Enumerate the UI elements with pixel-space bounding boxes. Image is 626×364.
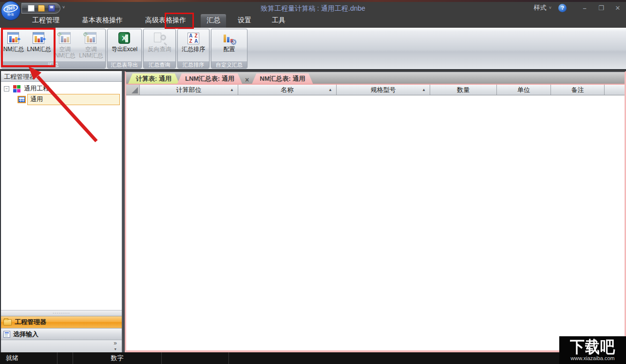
panel-overflow-bar: » ▾ bbox=[1, 340, 122, 352]
tab-tools[interactable]: 工具 bbox=[266, 14, 291, 28]
xiazaiba-watermark: 下载吧 www.xiazaiba.com bbox=[559, 336, 626, 364]
document-tab-strip: 计算表: 通用 LNM汇总表: 通用 × NM汇总表: 通用 bbox=[126, 72, 625, 84]
status-spacer bbox=[57, 352, 73, 364]
column-header-empty bbox=[605, 85, 625, 95]
group-caption-summary-query: 汇总查询 bbox=[144, 61, 175, 68]
panel-overflow-button[interactable]: » ▾ bbox=[114, 341, 117, 352]
project-tree: − 通用工程 通用 bbox=[1, 82, 122, 310]
ribbon-group-summary-export: X 导出Excel 汇总表导出 bbox=[107, 29, 142, 69]
select-input-icon bbox=[3, 331, 10, 338]
chevron-down-icon: ˅ bbox=[549, 5, 551, 10]
window-title: 致算工程量计算稿 : 通用工程.dnbe bbox=[0, 4, 626, 13]
status-num-mode: 数字 bbox=[73, 352, 162, 364]
quick-access-customize-icon[interactable]: ˅ bbox=[62, 5, 65, 10]
style-dropdown[interactable]: 样式 ˅ bbox=[534, 3, 551, 12]
app-logo-text: ZHS bbox=[3, 3, 19, 14]
ac-nm-summary-label-2: NM汇总 bbox=[55, 53, 76, 59]
save-icon[interactable] bbox=[48, 5, 55, 12]
export-excel-button[interactable]: X 导出Excel bbox=[109, 31, 141, 53]
grid-body-empty[interactable] bbox=[126, 95, 625, 350]
magnifier-doc-icon bbox=[153, 32, 167, 45]
close-button[interactable]: ✕ bbox=[613, 4, 622, 12]
sort-asc-icon[interactable]: ▲ bbox=[422, 88, 426, 92]
summary-sort-button[interactable]: AZ ZA 汇总排序 bbox=[178, 31, 209, 53]
help-icon[interactable]: ? bbox=[558, 4, 567, 12]
az-sort-icon: AZ ZA bbox=[187, 32, 200, 45]
panel-splitter-handle[interactable]: ········· bbox=[1, 310, 122, 316]
group-caption-custom-summary: 自定义汇总 bbox=[211, 61, 247, 68]
project-manager-panel: 工程管理器 − 通用工程 通用 ········· 工程管理器 选择输入 bbox=[0, 71, 122, 352]
tree-child-label-selected[interactable]: 通用 bbox=[27, 94, 120, 105]
grid-header-row: 计算部位 ▲ 名称 ▲ 规格型号 ▲ 数量 单位 备注 bbox=[126, 85, 625, 95]
tree-node-root[interactable]: − 通用工程 bbox=[1, 84, 122, 93]
ribbon-group-summary-sort: AZ ZA 汇总排序 汇总排序 bbox=[177, 29, 209, 69]
tree-node-child[interactable]: 通用 bbox=[1, 94, 122, 105]
ac-lnm-summary-chart-icon: ⟳ bbox=[84, 32, 98, 45]
ac-nm-summary-chart-icon: ⟳ bbox=[58, 32, 72, 45]
worksheet-area: 计算表: 通用 LNM汇总表: 通用 × NM汇总表: 通用 计算部位 ▲ 名称… bbox=[125, 71, 626, 352]
status-ready: 就绪 bbox=[0, 352, 57, 364]
ribbon-group-custom-summary: ⚙ 配置 自定义汇总 bbox=[211, 29, 247, 69]
folder-icon bbox=[3, 319, 12, 326]
panel-bar-project-manager-label: 工程管理器 bbox=[15, 318, 46, 327]
group-caption-summary-sort: 汇总排序 bbox=[178, 61, 209, 68]
ac-nm-summary-button[interactable]: ⟳ 空调 NM汇总 bbox=[53, 31, 77, 59]
doc-tab-calc-sheet[interactable]: 计算表: 通用 bbox=[128, 73, 179, 84]
ribbon: ✦ NM汇总 ✦ LNM汇总 ⟳ 空调 bbox=[0, 28, 626, 70]
panel-bar-select-input[interactable]: 选择输入 bbox=[1, 328, 122, 340]
style-dropdown-label: 样式 bbox=[534, 3, 547, 12]
annotation-box-summary-buttons bbox=[1, 28, 56, 67]
ribbon-group-summary-query: 反向查询 汇总查询 bbox=[143, 29, 176, 69]
reverse-query-label: 反向查询 bbox=[148, 46, 171, 53]
group-caption-summary-export: 汇总表导出 bbox=[108, 61, 141, 68]
app-logo-button[interactable]: ZHS 致•算 bbox=[1, 1, 20, 20]
doc-tab-nm-summary[interactable]: NM汇总表: 通用 bbox=[252, 73, 313, 84]
panel-bar-select-input-label: 选择输入 bbox=[13, 330, 38, 339]
column-header-name[interactable]: 名称 ▲ bbox=[238, 85, 337, 95]
doc-tab-lnm-summary[interactable]: LNM汇总表: 通用 bbox=[177, 73, 242, 84]
new-document-icon[interactable] bbox=[28, 5, 35, 12]
tree-root-label[interactable]: 通用工程 bbox=[24, 84, 49, 93]
column-header-spec-model[interactable]: 规格型号 ▲ bbox=[337, 85, 430, 95]
export-excel-label: 导出Excel bbox=[112, 46, 137, 53]
tree-collapse-icon[interactable]: − bbox=[4, 86, 9, 91]
tab-close-icon[interactable]: × bbox=[245, 76, 249, 83]
status-bar: 就绪 数字 bbox=[0, 352, 626, 364]
tab-project-management[interactable]: 工程管理 bbox=[26, 14, 65, 28]
ac-lnm-summary-label-2: LNM汇总 bbox=[79, 53, 103, 59]
tab-summary[interactable]: 汇总 bbox=[201, 14, 226, 28]
annotation-box-summary-tab bbox=[165, 13, 194, 29]
column-header-remark[interactable]: 备注 bbox=[551, 85, 605, 95]
column-header-unit[interactable]: 单位 bbox=[497, 85, 551, 95]
grid-select-all-cell[interactable] bbox=[126, 85, 140, 95]
watermark-logo-text: 下载吧 bbox=[570, 339, 615, 355]
chart-gear-icon: ⚙ bbox=[223, 32, 236, 45]
maximize-button[interactable]: ❐ bbox=[597, 4, 606, 12]
minimize-button[interactable]: – bbox=[580, 4, 589, 12]
config-label: 配置 bbox=[224, 46, 235, 53]
config-button[interactable]: ⚙ 配置 bbox=[214, 31, 245, 53]
tab-settings[interactable]: 设置 bbox=[232, 14, 257, 28]
column-header-calc-part[interactable]: 计算部位 ▲ bbox=[140, 85, 238, 95]
status-spacer bbox=[162, 352, 229, 364]
sort-asc-icon[interactable]: ▲ bbox=[230, 88, 234, 92]
ac-lnm-summary-button[interactable]: ⟳ 空调 LNM汇总 bbox=[77, 31, 105, 59]
reverse-query-button[interactable]: 反向查询 bbox=[145, 31, 175, 53]
sheet-icon bbox=[18, 96, 26, 103]
panel-bar-project-manager[interactable]: 工程管理器 bbox=[1, 316, 122, 328]
app-logo-subtext: 致•算 bbox=[7, 13, 14, 17]
open-folder-icon[interactable] bbox=[38, 5, 45, 12]
project-manager-panel-header: 工程管理器 bbox=[1, 71, 122, 82]
project-icon bbox=[13, 85, 20, 92]
ribbon-tab-bar: 工程管理 基本表格操作 高级表格操作 汇总 设置 工具 bbox=[0, 15, 626, 28]
tab-basic-table-ops[interactable]: 基本表格操作 bbox=[76, 14, 129, 28]
summary-sort-label: 汇总排序 bbox=[182, 46, 205, 53]
quick-access-toolbar bbox=[21, 3, 60, 14]
titlebar: ZHS 致•算 ˅ 致算工程量计算稿 : 通用工程.dnbe 样式 ˅ ? – … bbox=[0, 2, 626, 15]
sort-asc-icon[interactable]: ▲ bbox=[328, 88, 332, 92]
app-window: ZHS 致•算 ˅ 致算工程量计算稿 : 通用工程.dnbe 样式 ˅ ? – … bbox=[0, 0, 626, 364]
column-header-quantity[interactable]: 数量 bbox=[430, 85, 497, 95]
excel-icon: X bbox=[118, 32, 132, 45]
